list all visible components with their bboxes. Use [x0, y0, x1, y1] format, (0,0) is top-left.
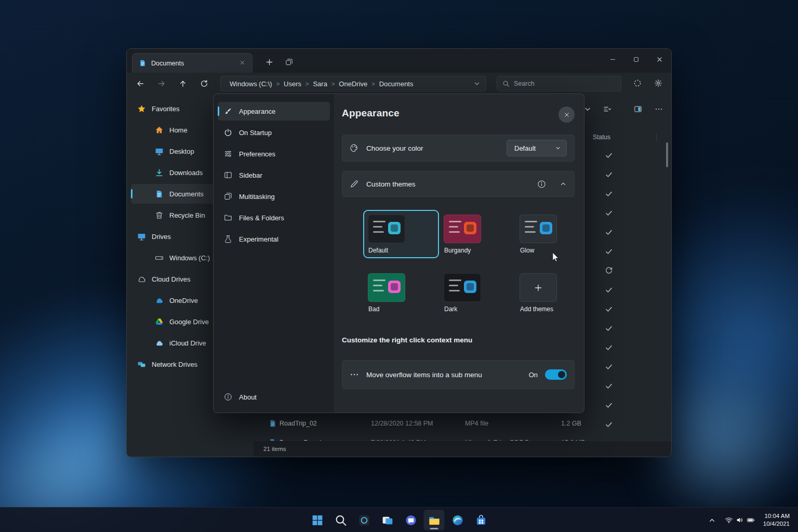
taskbar: 10:04 AM 10/4/2021 [0, 507, 798, 532]
tab-documents[interactable]: Documents [132, 53, 252, 73]
search-box[interactable] [497, 76, 621, 91]
clock[interactable]: 10:04 AM 10/4/2021 [760, 512, 794, 528]
home-icon [155, 126, 164, 135]
dialog-close-button[interactable] [558, 107, 575, 123]
pencil-icon [350, 179, 359, 189]
taskbar-start-button[interactable] [307, 510, 328, 530]
chevron-down-icon[interactable] [473, 80, 481, 87]
taskbar-store-button[interactable] [471, 510, 491, 530]
sync-status-button[interactable] [630, 75, 645, 91]
settings-nav-label: Multitasking [239, 193, 275, 201]
address-bar[interactable]: Windows (C:\)>Users>Sara>OneDrive>Docume… [220, 76, 486, 91]
group-by-button[interactable] [600, 102, 615, 116]
theme-burgandy[interactable]: Burgandy [439, 210, 515, 258]
check-status-icon [605, 363, 613, 371]
overflow-toggle[interactable] [545, 369, 567, 380]
back-arrow-icon [136, 79, 144, 88]
taskbar-cortana-button[interactable] [354, 510, 375, 530]
icloud-icon [155, 339, 164, 348]
new-tab-button[interactable] [263, 56, 275, 68]
breadcrumb-item-windows-c[interactable]: Windows (C:\) [227, 79, 275, 89]
add-theme-tile[interactable] [520, 273, 557, 302]
file-row-roadtrip-02[interactable]: RoadTrip_0212/28/2020 12:58 PMMP4 file1.… [254, 415, 663, 433]
breadcrumb-item-documents[interactable]: Documents [377, 79, 416, 89]
duplicate-tab-button[interactable] [283, 56, 295, 68]
settings-nav-about[interactable]: About [218, 388, 330, 406]
tab-close-button[interactable] [237, 59, 247, 68]
forward-button[interactable] [153, 75, 170, 92]
theme-bad[interactable]: Bad [363, 269, 439, 317]
scrollbar-thumb[interactable] [666, 142, 668, 167]
more-options-button[interactable] [651, 102, 666, 116]
vertical-scrollbar[interactable] [666, 132, 669, 433]
breadcrumb-item-sara[interactable]: Sara [310, 79, 329, 89]
settings-nav-multitasking[interactable]: Multitasking [218, 187, 330, 206]
search-input[interactable] [514, 80, 616, 87]
theme-default[interactable]: Default [363, 210, 439, 258]
settings-nav-sidebar[interactable]: Sidebar [218, 166, 330, 184]
google-drive-icon [155, 317, 164, 326]
settings-nav-preferences[interactable]: Preferences [218, 144, 330, 163]
taskbar-center [307, 510, 491, 530]
theme-name: Burgandy [444, 247, 510, 254]
sidebar-item-label: Recycle Bin [169, 211, 205, 219]
tray-overflow-button[interactable] [705, 510, 720, 530]
settings-nav-files-folders[interactable]: Files & Folders [218, 208, 330, 227]
refresh-button[interactable] [196, 75, 212, 92]
chevron-down-icon [555, 145, 561, 151]
taskbar-search-button[interactable] [330, 510, 351, 530]
taskbar-task-view-button[interactable] [377, 510, 398, 530]
close-window-button[interactable] [648, 49, 671, 70]
maximize-icon [633, 56, 640, 63]
chevron-up-icon[interactable] [560, 180, 567, 188]
preview-pane-button[interactable] [631, 102, 645, 116]
check-status-icon [605, 228, 613, 236]
theme-name: Bad [368, 305, 434, 313]
ellipsis-icon [350, 370, 359, 379]
settings-button[interactable] [650, 75, 666, 91]
status-column-header[interactable]: Status [593, 134, 610, 141]
color-dropdown[interactable]: Default [507, 140, 567, 156]
up-arrow-icon [179, 79, 187, 88]
sidebar-item-label: Desktop [169, 148, 194, 155]
file-explorer-icon [428, 514, 441, 527]
settings-nav-on-startup[interactable]: On Startup [218, 123, 330, 142]
file-row-banana-bread[interactable]: Banana Bread7/29/2021 1:49 PMMicrosoft E… [254, 434, 663, 441]
breadcrumb: Windows (C:\)>Users>Sara>OneDrive>Docume… [227, 79, 416, 89]
custom-themes-controls [537, 180, 567, 189]
theme-glow[interactable]: Glow [515, 210, 584, 258]
settings-nav-label: On Startup [239, 129, 272, 137]
toggle-knob [558, 371, 565, 378]
multitask-icon [224, 192, 232, 201]
preview-pane-icon [634, 105, 642, 113]
sidebar-item-label: Downloads [169, 169, 203, 177]
check-status-icon [605, 324, 613, 332]
sync-dashed-icon [633, 79, 642, 87]
minimize-button[interactable] [601, 49, 624, 70]
settings-nav-label: Sidebar [239, 171, 262, 179]
file-name: RoadTrip_02 [280, 420, 317, 427]
sidebar-item-label: Cloud Drives [152, 275, 190, 283]
breadcrumb-separator: > [330, 81, 336, 87]
up-button[interactable] [175, 75, 191, 92]
breadcrumb-item-onedrive[interactable]: OneDrive [336, 79, 370, 89]
settings-nav-appearance[interactable]: Appearance [218, 102, 330, 121]
flask-icon [224, 235, 232, 243]
taskbar-file-explorer-button[interactable] [424, 510, 445, 530]
cortana-icon [357, 514, 370, 527]
add-theme-button[interactable]: Add themes [515, 269, 584, 317]
custom-themes-header[interactable]: Custom themes [342, 171, 575, 197]
sidebar-item-label: OneDrive [169, 297, 198, 304]
close-icon [564, 112, 570, 118]
back-button[interactable] [132, 75, 149, 92]
maximize-button[interactable] [624, 49, 648, 70]
taskbar-edge-button[interactable] [447, 510, 468, 530]
breadcrumb-item-users[interactable]: Users [281, 79, 304, 89]
custom-themes-label: Custom themes [366, 180, 416, 188]
info-icon[interactable] [537, 180, 546, 189]
settings-nav-experimental[interactable]: Experimental [218, 230, 330, 248]
taskbar-chat-button[interactable] [401, 510, 421, 530]
quick-settings-button[interactable] [721, 510, 759, 530]
theme-dark[interactable]: Dark [439, 269, 515, 317]
sidebar-icon [224, 171, 232, 179]
